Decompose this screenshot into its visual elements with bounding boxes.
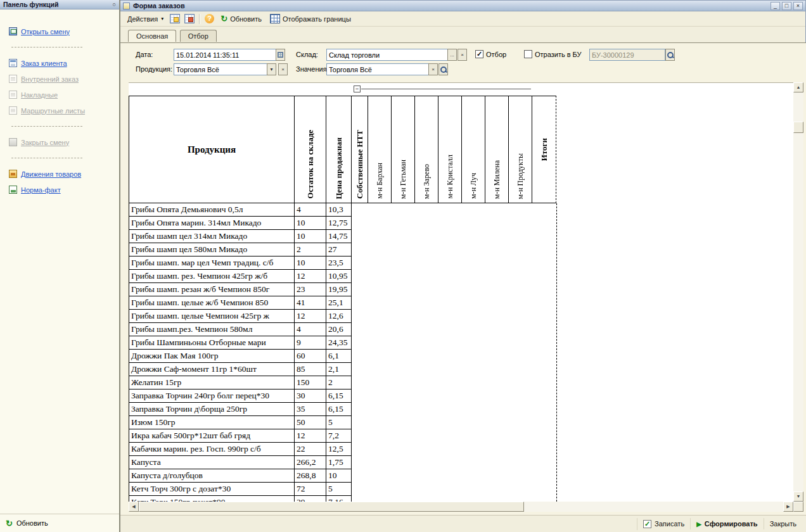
column-header-store[interactable]: м-н Милена xyxy=(485,96,509,203)
production-dropdown-button[interactable]: ▾ xyxy=(267,63,276,75)
scroll-up-button[interactable]: ▲ xyxy=(793,82,803,92)
stock-cell[interactable]: 50 xyxy=(295,416,326,429)
price-cell[interactable]: 12,75 xyxy=(326,217,352,230)
price-cell[interactable]: 10,95 xyxy=(326,270,352,283)
product-cell[interactable]: Грибы Опята Демьянович 0,5л xyxy=(129,203,295,217)
product-cell[interactable]: Грибы Опята марин. 314мл Микадо xyxy=(129,217,295,230)
product-cell[interactable]: Дрожжи Саф-момент 11гр 1*60шт xyxy=(129,363,295,376)
price-cell[interactable]: 24,35 xyxy=(326,336,352,350)
stock-cell[interactable]: 22 xyxy=(295,443,326,456)
price-cell[interactable]: 25,1 xyxy=(326,296,352,310)
product-cell[interactable]: Икра кабач 500гр*12шт баб гряд xyxy=(129,429,295,443)
sidebar-item-goods-movements[interactable]: Движения товаров xyxy=(0,166,119,182)
column-header-store[interactable]: м-н Зарево xyxy=(415,96,438,203)
scroll-right-button[interactable]: ▶ xyxy=(783,502,793,512)
product-cell[interactable]: Дрожжи Пак Мая 100гр xyxy=(129,350,295,363)
stock-cell[interactable]: 150 xyxy=(295,376,326,390)
scroll-down-button[interactable]: ▼ xyxy=(793,491,803,502)
actions-menu-button[interactable]: Действия ▾ xyxy=(125,14,165,24)
production-combo[interactable]: Торговля Всё xyxy=(174,63,267,75)
product-cell[interactable]: Грибы шамп. резан ж/б Чемпион 850г xyxy=(129,283,295,296)
product-cell[interactable]: Грибы Шампиньоны Отборные мари xyxy=(129,336,295,350)
product-cell[interactable]: Грибы шамп цел 580мл Микадо xyxy=(129,243,295,256)
price-cell[interactable]: 7,2 xyxy=(326,429,352,443)
price-cell[interactable]: 10,3 xyxy=(326,203,352,217)
close-button[interactable]: × xyxy=(793,2,803,10)
stock-cell[interactable]: 35 xyxy=(295,403,326,416)
stock-cell[interactable]: 29 xyxy=(295,496,326,502)
price-cell[interactable]: 20,6 xyxy=(326,323,352,336)
column-header-store[interactable]: м-н Гетьман xyxy=(392,96,415,203)
stock-cell[interactable]: 12 xyxy=(295,270,326,283)
column-header-product[interactable]: Продукция xyxy=(129,96,295,203)
horizontal-scroll-thumb[interactable] xyxy=(139,502,524,512)
maximize-button[interactable]: □ xyxy=(782,2,791,10)
stock-cell[interactable]: 10 xyxy=(295,217,326,230)
minimize-button[interactable]: _ xyxy=(771,2,780,10)
column-header-ntt-group[interactable]: Собственные НТТ xyxy=(352,96,368,203)
product-cell[interactable]: Желатин 15гр xyxy=(129,376,295,390)
sidebar-item-open-shift[interactable]: Открыть смену xyxy=(0,23,119,39)
stock-cell[interactable]: 60 xyxy=(295,350,326,363)
values-clear-button[interactable]: × xyxy=(428,63,438,75)
otbor-checkbox[interactable]: ✓ xyxy=(475,50,483,58)
product-cell[interactable]: Капуста д/голубцов xyxy=(129,469,295,483)
stock-cell[interactable]: 4 xyxy=(295,203,326,217)
column-header-store[interactable]: м-н Луч xyxy=(462,96,485,203)
stock-cell[interactable]: 10 xyxy=(295,230,326,243)
price-cell[interactable]: 27 xyxy=(326,243,352,256)
column-header-store[interactable]: м-н Бархан xyxy=(368,96,392,203)
product-cell[interactable]: Заправка Торчин 240гр болг перец*30 xyxy=(129,390,295,403)
values-search-button[interactable] xyxy=(438,63,448,75)
warehouse-select-button[interactable]: ... xyxy=(447,49,457,61)
stock-cell[interactable]: 85 xyxy=(295,363,326,376)
values-input[interactable]: Торговля Всё xyxy=(326,63,429,75)
vertical-scrollbar[interactable]: ▲ ▼ xyxy=(793,82,803,502)
price-cell[interactable]: 19,95 xyxy=(326,283,352,296)
sidebar-item-client-order[interactable]: Заказ клиента xyxy=(0,55,119,71)
warehouse-input[interactable]: Склад торговли xyxy=(326,49,448,61)
horizontal-scrollbar[interactable]: ◀ ▶ xyxy=(129,502,803,512)
stock-cell[interactable]: 268,8 xyxy=(295,469,326,483)
vertical-scroll-thumb[interactable] xyxy=(793,122,803,133)
panel-options-button[interactable]: ○ xyxy=(113,1,116,8)
product-cell[interactable]: Изюм 150гр xyxy=(129,416,295,429)
stock-cell[interactable]: 12 xyxy=(295,429,326,443)
column-header-price[interactable]: Цена продажная xyxy=(326,96,352,203)
column-header-store[interactable]: м-н Кристалл xyxy=(438,96,462,203)
price-cell[interactable]: 7,16 xyxy=(326,496,352,502)
price-cell[interactable]: 5 xyxy=(326,416,352,429)
scroll-left-button[interactable]: ◀ xyxy=(129,502,139,512)
help-icon[interactable]: ? xyxy=(205,14,214,23)
price-cell[interactable]: 6,15 xyxy=(326,403,352,416)
stock-cell[interactable]: 12 xyxy=(295,310,326,323)
stock-cell[interactable]: 41 xyxy=(295,296,326,310)
price-cell[interactable]: 2,1 xyxy=(326,363,352,376)
price-cell[interactable]: 5 xyxy=(326,483,352,496)
stock-cell[interactable]: 72 xyxy=(295,483,326,496)
production-clear-button[interactable]: × xyxy=(278,63,288,75)
bu-checkbox[interactable] xyxy=(524,50,532,58)
product-cell[interactable]: Кетч Торч 150гр пакет*90 xyxy=(129,496,295,502)
product-cell[interactable]: Грибы шамп.рез. Чемпион 580мл xyxy=(129,323,295,336)
sidebar-refresh-button[interactable]: Обновить xyxy=(16,519,48,527)
product-cell[interactable]: Грибы шамп. целые Чемпион 425гр ж xyxy=(129,310,295,323)
price-cell[interactable]: 1,75 xyxy=(326,456,352,469)
tab-main[interactable]: Основная xyxy=(128,30,176,42)
product-cell[interactable]: Заправка Торчин д\борща 250гр xyxy=(129,403,295,416)
stock-cell[interactable]: 4 xyxy=(295,323,326,336)
stock-cell[interactable]: 23 xyxy=(295,283,326,296)
toolbar-refresh-button[interactable]: ↻ Обновить xyxy=(219,13,264,24)
scrollbar-extra-button[interactable] xyxy=(793,502,803,512)
product-cell[interactable]: Кабачки марин. рез. Госп. 990гр с/б xyxy=(129,443,295,456)
sidebar-item-norm-fact[interactable]: Норма-факт xyxy=(0,182,119,198)
price-cell[interactable]: 10 xyxy=(326,469,352,483)
product-cell[interactable]: Капуста xyxy=(129,456,295,469)
list-settings-icon[interactable] xyxy=(184,14,195,23)
product-cell[interactable]: Грибы шамп. целые ж/б Чемпион 850 xyxy=(129,296,295,310)
save-button[interactable]: ✓ Записать xyxy=(637,518,690,530)
price-cell[interactable]: 6,15 xyxy=(326,390,352,403)
product-cell[interactable]: Грибы шамп цел 314мл Микадо xyxy=(129,230,295,243)
collapse-group-button[interactable]: − xyxy=(354,86,361,92)
price-cell[interactable]: 2 xyxy=(326,376,352,390)
